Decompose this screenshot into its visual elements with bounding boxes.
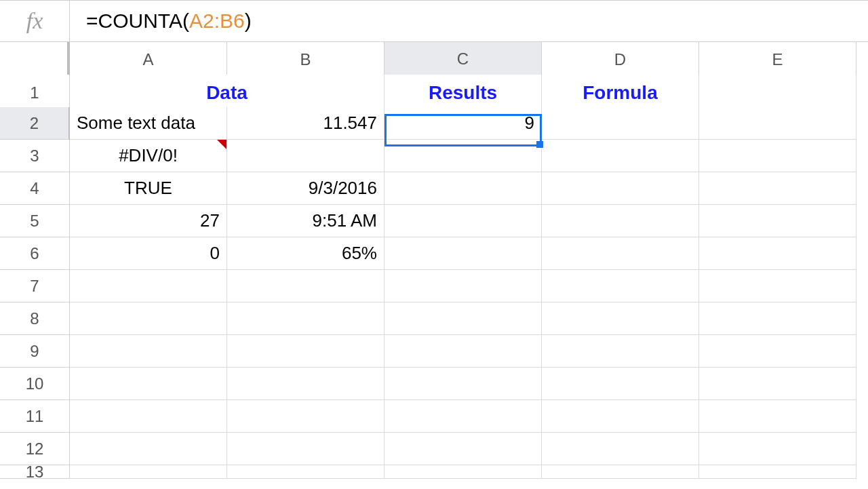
row-header-7[interactable]: 7 <box>0 270 70 302</box>
cell-B7[interactable] <box>227 270 384 302</box>
cell-E13[interactable] <box>699 465 856 479</box>
cell-B11[interactable] <box>227 400 384 433</box>
cell-C12[interactable] <box>384 433 542 465</box>
cell-A4[interactable]: TRUE <box>70 172 227 205</box>
error-text: #DIV/0! <box>119 145 178 166</box>
col-header-B[interactable]: B <box>227 42 384 77</box>
cell-A12[interactable] <box>70 433 227 465</box>
cell-C2[interactable]: 9 <box>384 107 542 140</box>
cell-C9[interactable] <box>384 335 542 368</box>
cell-E2[interactable] <box>699 107 856 140</box>
cell-E4[interactable] <box>699 172 856 205</box>
cell-A13[interactable] <box>70 465 227 479</box>
formula-range-ref: A2:B6 <box>189 9 245 32</box>
cell-A5[interactable]: 27 <box>70 205 227 237</box>
error-indicator-icon <box>217 140 226 149</box>
formula-bar: fx =COUNTA(A2:B6) <box>0 0 868 42</box>
cell-B10[interactable] <box>227 368 384 400</box>
cell-A2[interactable]: Some text data <box>70 107 227 140</box>
col-header-D[interactable]: D <box>542 42 699 77</box>
cell-B3[interactable] <box>227 140 384 172</box>
cell-C8[interactable] <box>384 302 542 335</box>
cell-C7[interactable] <box>384 270 542 302</box>
cell-A11[interactable] <box>70 400 227 433</box>
cell-D3[interactable] <box>542 140 699 172</box>
cell-D4[interactable] <box>542 172 699 205</box>
col-header-A[interactable]: A <box>70 42 227 77</box>
cell-C13[interactable] <box>384 465 542 479</box>
cell-E1[interactable] <box>699 75 856 111</box>
cell-B6[interactable]: 65% <box>227 237 384 270</box>
cell-E3[interactable] <box>699 140 856 172</box>
cell-C4[interactable] <box>384 172 542 205</box>
spreadsheet-grid[interactable]: A B C D E 1 Data Results Formula 2 Some … <box>0 42 868 489</box>
cell-A10[interactable] <box>70 368 227 400</box>
cell-E8[interactable] <box>699 302 856 335</box>
cell-A7[interactable] <box>70 270 227 302</box>
col-header-C[interactable]: C <box>384 42 542 77</box>
row-header-13[interactable]: 13 <box>0 465 70 479</box>
row-header-8[interactable]: 8 <box>0 302 70 335</box>
row-header-3[interactable]: 3 <box>0 140 70 172</box>
cell-E12[interactable] <box>699 433 856 465</box>
cell-E5[interactable] <box>699 205 856 237</box>
cell-D11[interactable] <box>542 400 699 433</box>
cell-B13[interactable] <box>227 465 384 479</box>
cell-A9[interactable] <box>70 335 227 368</box>
cell-D8[interactable] <box>542 302 699 335</box>
cell-B4[interactable]: 9/3/2016 <box>227 172 384 205</box>
cell-A8[interactable] <box>70 302 227 335</box>
cell-D6[interactable] <box>542 237 699 270</box>
formula-input[interactable]: =COUNTA(A2:B6) <box>70 9 868 33</box>
fx-icon[interactable]: fx <box>0 1 70 41</box>
cell-D2[interactable] <box>542 107 699 140</box>
cell-E7[interactable] <box>699 270 856 302</box>
cell-C6[interactable] <box>384 237 542 270</box>
cell-B12[interactable] <box>227 433 384 465</box>
cell-C11[interactable] <box>384 400 542 433</box>
cell-D5[interactable] <box>542 205 699 237</box>
row-header-9[interactable]: 9 <box>0 335 70 368</box>
cell-B2[interactable]: 11.547 <box>227 107 384 140</box>
row-header-10[interactable]: 10 <box>0 368 70 400</box>
cell-AB1-header-data[interactable]: Data <box>70 75 384 111</box>
cell-D7[interactable] <box>542 270 699 302</box>
cell-D9[interactable] <box>542 335 699 368</box>
cell-B5[interactable]: 9:51 AM <box>227 205 384 237</box>
cell-E9[interactable] <box>699 335 856 368</box>
row-header-5[interactable]: 5 <box>0 205 70 237</box>
cell-C5[interactable] <box>384 205 542 237</box>
formula-prefix: =COUNTA( <box>86 9 189 32</box>
col-header-E[interactable]: E <box>699 42 856 77</box>
formula-suffix: ) <box>245 9 252 32</box>
cell-A6[interactable]: 0 <box>70 237 227 270</box>
cell-E11[interactable] <box>699 400 856 433</box>
row-header-2[interactable]: 2 <box>0 107 70 140</box>
row-header-4[interactable]: 4 <box>0 172 70 205</box>
select-all-corner[interactable] <box>0 42 70 77</box>
cell-A3-error[interactable]: #DIV/0! <box>70 140 227 172</box>
cell-D12[interactable] <box>542 433 699 465</box>
row-header-1[interactable]: 1 <box>0 75 70 111</box>
cell-B8[interactable] <box>227 302 384 335</box>
cell-C10[interactable] <box>384 368 542 400</box>
cell-D13[interactable] <box>542 465 699 479</box>
row-header-12[interactable]: 12 <box>0 433 70 465</box>
cell-E10[interactable] <box>699 368 856 400</box>
row-header-11[interactable]: 11 <box>0 400 70 433</box>
cell-E6[interactable] <box>699 237 856 270</box>
cell-D10[interactable] <box>542 368 699 400</box>
cell-C1-header-results[interactable]: Results <box>384 75 542 111</box>
cell-C3[interactable] <box>384 140 542 172</box>
cell-B9[interactable] <box>227 335 384 368</box>
cell-D1-header-formula[interactable]: Formula <box>542 75 699 111</box>
row-header-6[interactable]: 6 <box>0 237 70 270</box>
